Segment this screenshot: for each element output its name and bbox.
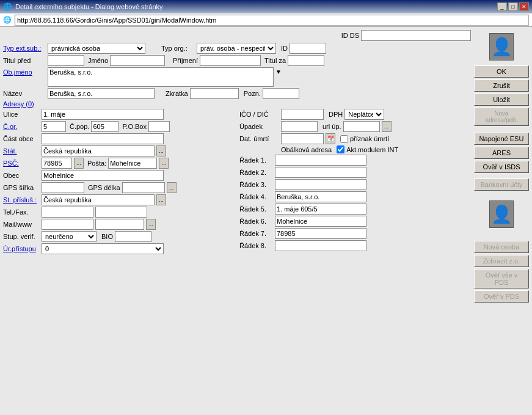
dat-umrti-cal-button[interactable]: 📅 xyxy=(326,133,335,144)
dph-select[interactable]: Neplátce Plátce xyxy=(344,109,384,120)
napojene-esu-button[interactable]: Napojené ESU xyxy=(474,133,529,145)
cast-obce-input[interactable] xyxy=(42,133,164,144)
close-button[interactable]: ✕ xyxy=(519,2,529,11)
jmeno-input[interactable] xyxy=(110,55,165,66)
dph-label: DPH xyxy=(329,111,343,118)
nova-osoba-button[interactable]: Nová osoba xyxy=(474,241,529,253)
radek5-input[interactable] xyxy=(275,204,366,215)
radek5-label: Řádek 5. xyxy=(239,205,273,213)
overit-vse-pds-button[interactable]: Ověř vše v PDS xyxy=(474,269,529,288)
radek3-input[interactable] xyxy=(275,179,366,190)
jmeno-label: Jméno xyxy=(88,57,108,64)
st-prislusl-label[interactable]: St. přísluš.: xyxy=(3,196,40,204)
ico-dic-label: IČO / DIČ xyxy=(239,111,279,118)
cor-row: Č.or. Č.pop. P.O.Box xyxy=(3,121,235,132)
window-icon: 🌐 xyxy=(3,2,12,11)
ares-button[interactable]: ARES xyxy=(474,147,529,159)
id-input[interactable] xyxy=(290,43,326,54)
zkratka-input[interactable] xyxy=(190,88,239,99)
radek8-input[interactable] xyxy=(275,240,366,251)
url-up-browse[interactable]: ... xyxy=(382,121,392,132)
typ-ext-sub-select[interactable]: právnická osoba xyxy=(48,43,145,54)
priznak-umrti-checkbox[interactable] xyxy=(340,135,348,143)
dat-umrti-label: Dat. úmrtí xyxy=(239,135,279,142)
bankovni-ucty-button[interactable]: Bankovní účty xyxy=(474,178,529,191)
st-prislusl-browse-button[interactable]: ... xyxy=(156,194,166,205)
tel-fax-label: Tel./Fax. xyxy=(3,208,40,216)
upadek-row: Úpadek url úp. ... xyxy=(239,121,471,132)
bio-label: BIO xyxy=(101,233,113,240)
pobox-input[interactable] xyxy=(148,121,170,132)
adresy-label[interactable]: Adresy (0) xyxy=(3,100,34,108)
mail-input[interactable] xyxy=(42,219,93,230)
titul-za-input[interactable] xyxy=(288,55,324,66)
avatar-top: 👤 xyxy=(489,33,514,61)
mail-browse-button[interactable]: ... xyxy=(146,219,156,230)
gps-sirka-input[interactable] xyxy=(42,182,84,193)
radek7-input[interactable] xyxy=(275,228,366,239)
ok-button[interactable]: OK xyxy=(474,65,529,78)
right-panel: 👤 OK Zrušit Uložit Nová adresa/pob. Napo… xyxy=(474,30,529,412)
tel-input[interactable] xyxy=(42,207,93,218)
ur-pristupu-select[interactable]: 0 xyxy=(42,243,164,254)
stat-browse-button[interactable]: ... xyxy=(156,145,166,156)
akt-modulem-checkbox[interactable] xyxy=(337,145,344,153)
bio-input[interactable] xyxy=(115,231,151,242)
radek5-row: Řádek 5. xyxy=(239,204,471,215)
radek6-input[interactable] xyxy=(275,216,366,227)
posta-browse-button[interactable]: ... xyxy=(159,158,169,169)
cpop-input[interactable] xyxy=(91,121,118,132)
prijmeni-input[interactable] xyxy=(200,55,261,66)
nazev-input[interactable] xyxy=(48,88,155,99)
dat-umrti-input[interactable] xyxy=(281,133,324,144)
id-ds-row: ID DS xyxy=(3,30,471,41)
maximize-button[interactable]: □ xyxy=(508,2,518,11)
upadek-input[interactable] xyxy=(281,121,318,132)
ulozit-button[interactable]: Uložit xyxy=(474,94,529,106)
pobox-label: P.O.Box xyxy=(122,123,147,130)
radek1-label: Řádek 1. xyxy=(239,156,273,164)
mail-label: Mail/www xyxy=(3,221,40,228)
gps-browse-button[interactable]: ... xyxy=(167,182,177,193)
id-ds-input[interactable] xyxy=(361,30,471,41)
radek4-input[interactable] xyxy=(275,191,366,202)
nova-adresa-button[interactable]: Nová adresa/pob. xyxy=(474,108,529,126)
ico-input[interactable] xyxy=(281,109,324,120)
overit-isds-button[interactable]: Ověř v ISDS xyxy=(474,161,529,173)
ur-pristupu-label[interactable]: Úr.přístupu xyxy=(3,245,40,252)
zobrazit-zo-button[interactable]: Zobrazit z.o. xyxy=(474,255,529,267)
main-container: ID DS Typ ext.sub.: právnická osoba Typ … xyxy=(0,27,532,415)
typ-org-select[interactable]: práv. osoba - nespecif. xyxy=(197,43,276,54)
radek1-input[interactable] xyxy=(275,155,366,166)
pozn-input[interactable] xyxy=(263,88,299,99)
url-up-input[interactable] xyxy=(343,121,380,132)
gps-delka-input[interactable] xyxy=(122,182,165,193)
ob-jmeno-textarea[interactable]: Beruška, s.r.o. xyxy=(48,67,274,87)
cor-label[interactable]: Č.or. xyxy=(3,123,40,130)
fax-input[interactable] xyxy=(95,207,147,218)
radek2-input[interactable] xyxy=(275,167,366,178)
stat-label[interactable]: Stát. xyxy=(3,147,40,155)
psc-browse-button[interactable]: ... xyxy=(74,158,84,169)
overit-pds-button[interactable]: Ověř v PDS xyxy=(474,290,529,303)
zrusit-button[interactable]: Zrušit xyxy=(474,79,529,92)
psc-label[interactable]: PSČ: xyxy=(3,160,40,167)
tel-fax-row: Tel./Fax. xyxy=(3,207,235,218)
ob-jmeno-label[interactable]: Ob.jméno xyxy=(3,68,46,76)
psc-input[interactable] xyxy=(42,158,72,169)
radek1-row: Řádek 1. xyxy=(239,155,471,166)
minimize-button[interactable]: _ xyxy=(497,2,507,11)
right-col: IČO / DIČ DPH Neplátce Plátce Úpadek url… xyxy=(239,109,471,255)
typ-ext-sub-label[interactable]: Typ ext.sub.: xyxy=(3,45,46,52)
posta-input[interactable] xyxy=(108,158,157,169)
address-input[interactable] xyxy=(15,15,529,26)
stat-input[interactable] xyxy=(42,145,155,156)
st-prislusl-input[interactable] xyxy=(42,194,155,205)
titul-pred-input[interactable] xyxy=(48,55,84,66)
cor-input[interactable] xyxy=(42,121,66,132)
radek7-row: Řádek 7. xyxy=(239,228,471,239)
stup-verif-select[interactable]: neurčeno xyxy=(42,231,97,242)
obec-input[interactable] xyxy=(42,170,164,181)
www-input[interactable] xyxy=(95,219,144,230)
ulice-input[interactable] xyxy=(42,109,164,120)
